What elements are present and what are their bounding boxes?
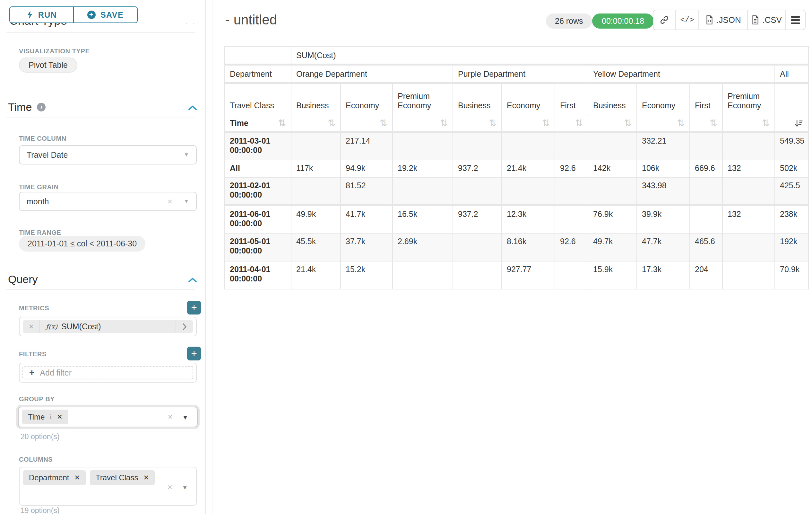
chevron-down-icon[interactable]: ▼	[182, 414, 188, 421]
save-button[interactable]: + SAVE	[73, 7, 137, 23]
time-range-chip[interactable]: 2011-01-01 ≤ col < 2011-06-30	[19, 236, 145, 251]
embed-code-icon: </>	[680, 16, 694, 24]
chevron-down-icon[interactable]: ▼	[182, 484, 188, 491]
divider	[6, 32, 195, 33]
sort-icon[interactable]: ⇅	[677, 118, 685, 128]
sort-icon[interactable]: ⇅	[440, 118, 448, 128]
group-by-options-hint: 20 option(s)	[21, 432, 59, 441]
remove-chip-icon[interactable]: ✕	[143, 474, 149, 482]
cell	[393, 177, 453, 205]
sort-icon[interactable]: ⇅	[762, 118, 770, 128]
download-json-button[interactable]: .JSON	[698, 10, 747, 30]
sort-icon[interactable]: ⇅	[709, 118, 717, 128]
sort-desc-active-icon[interactable]	[794, 119, 803, 128]
row-dimension-cell: Time⇅	[225, 115, 291, 132]
cell: 142k	[588, 160, 637, 177]
table-row: All117k94.9k19.2k937.221.4k92.6142k106k6…	[225, 160, 809, 177]
metric-chip[interactable]: × ƒ(x) SUM(Cost)	[23, 320, 193, 333]
chevron-down-icon[interactable]: ▼	[183, 198, 189, 205]
columns-select[interactable]: Department ✕ Travel Class ✕ × ▼	[19, 467, 197, 506]
add-filter-button[interactable]: + Add filter	[23, 366, 193, 379]
cell: 92.6	[555, 233, 588, 261]
sort-icon[interactable]: ⇅	[542, 118, 550, 128]
chevron-right-icon[interactable]	[176, 320, 193, 333]
sort-icon[interactable]: ⇅	[489, 118, 496, 128]
time-grain-label: TIME GRAIN	[19, 184, 59, 191]
cell: 76.9k	[588, 205, 637, 233]
cell: 16.5k	[393, 205, 453, 233]
cell: 47.7k	[637, 233, 690, 261]
department-header: Yellow Department	[588, 64, 775, 83]
metrics-field: × ƒ(x) SUM(Cost)	[19, 317, 197, 336]
sort-icon[interactable]: ⇅	[328, 118, 336, 128]
divider	[6, 117, 195, 118]
remove-chip-icon[interactable]: ✕	[57, 413, 63, 421]
info-icon[interactable]: i	[50, 413, 52, 421]
pivot-table-container: SUM(Cost)DepartmentOrange DepartmentPurp…	[224, 46, 809, 290]
columns-chip-travel-class[interactable]: Travel Class ✕	[90, 470, 155, 485]
travel-class-header: Economy	[341, 83, 393, 115]
add-filter-plus-button[interactable]: +	[187, 347, 201, 360]
clear-icon[interactable]: ×	[168, 483, 172, 491]
columns-chip-department[interactable]: Department ✕	[23, 470, 86, 485]
sort-cell: ⇅	[637, 115, 690, 132]
cell: 937.2	[453, 160, 502, 177]
cell	[453, 261, 502, 289]
cell: 41.7k	[341, 205, 393, 233]
cell: 15.2k	[341, 261, 393, 289]
remove-metric-icon[interactable]: ×	[23, 320, 40, 333]
travel-class-header: Business	[453, 83, 502, 115]
chart-title[interactable]: - untitled	[225, 12, 277, 28]
cell: 81.52	[341, 177, 393, 205]
cell	[393, 261, 453, 289]
share-link-button[interactable]	[654, 10, 675, 30]
cell	[393, 132, 453, 160]
time-column-select[interactable]: Travel Date ▼	[19, 145, 197, 164]
travel-class-header: Business	[291, 83, 341, 115]
info-icon[interactable]: i	[37, 103, 46, 111]
visualization-type-chip[interactable]: Pivot Table	[19, 57, 77, 73]
cell: 132	[722, 205, 775, 233]
cell: 238k	[775, 205, 809, 233]
plus-circle-icon: +	[87, 10, 96, 19]
panel-divider[interactable]	[205, 0, 206, 514]
travel-class-dimension-label: Travel Class	[225, 83, 291, 115]
cell	[690, 177, 722, 205]
sort-cell: ⇅	[502, 115, 555, 132]
row-header: 2011-05-01 00:00:00	[225, 233, 291, 261]
cell: 204	[690, 261, 722, 289]
cell	[555, 132, 588, 160]
run-button[interactable]: RUN	[10, 7, 73, 23]
cell: 937.2	[453, 205, 502, 233]
metrics-label: METRICS	[19, 304, 49, 312]
download-csv-button[interactable]: .CSV	[747, 10, 785, 30]
row-header: 2011-02-01 00:00:00	[225, 177, 291, 205]
clear-icon[interactable]: ×	[168, 412, 173, 421]
chevron-up-icon[interactable]	[187, 276, 198, 285]
time-section-title: Time i	[8, 101, 46, 113]
sort-icon[interactable]: ⇅	[380, 118, 387, 128]
sort-cell: ⇅	[588, 115, 637, 132]
travel-class-header: First	[690, 83, 722, 115]
sort-icon[interactable]: ⇅	[278, 118, 286, 128]
divider	[6, 290, 195, 290]
time-grain-select[interactable]: month × ▼	[19, 192, 197, 211]
group-by-chip-time[interactable]: Time i ✕	[22, 410, 68, 424]
cell	[555, 177, 588, 205]
group-by-label: GROUP BY	[19, 396, 55, 403]
chevron-up-icon[interactable]	[187, 104, 198, 113]
cell: 669.6	[690, 160, 722, 177]
sort-icon[interactable]: ⇅	[624, 118, 632, 128]
sort-icon[interactable]: ⇅	[575, 118, 583, 128]
chevron-down-icon[interactable]: ▼	[183, 152, 189, 158]
more-menu-button[interactable]	[785, 10, 805, 30]
clear-icon[interactable]: ×	[168, 197, 172, 206]
remove-chip-icon[interactable]: ✕	[74, 474, 80, 482]
sort-cell	[775, 115, 809, 132]
cell: 49.9k	[291, 205, 341, 233]
group-by-select[interactable]: Time i ✕ × ▼	[18, 407, 198, 427]
add-metric-button[interactable]: +	[187, 301, 201, 315]
cell: 117k	[291, 160, 341, 177]
visualization-type-label: VISUALIZATION TYPE	[19, 48, 90, 55]
embed-code-button[interactable]: </>	[675, 10, 698, 30]
